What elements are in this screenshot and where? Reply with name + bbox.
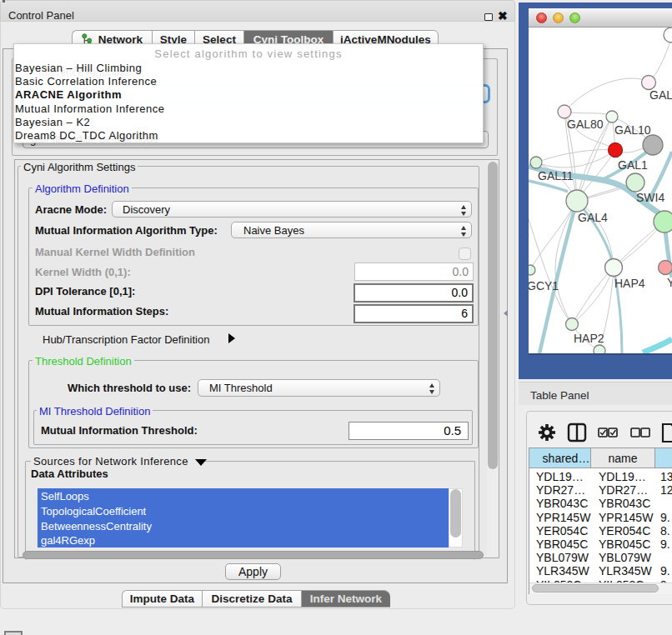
svg-text:GCY1: GCY1 bbox=[529, 279, 559, 292]
svg-text:GAL10: GAL10 bbox=[614, 123, 651, 137]
svg-text:GAL80: GAL80 bbox=[567, 118, 604, 131]
svg-text:HAP4: HAP4 bbox=[614, 277, 645, 290]
svg-text:HAP2: HAP2 bbox=[574, 332, 604, 345]
svg-text:GAL: GAL bbox=[649, 88, 672, 102]
svg-text:Y: Y bbox=[667, 276, 672, 289]
svg-text:GAL11: GAL11 bbox=[538, 169, 574, 182]
svg-text:GAL1: GAL1 bbox=[618, 158, 648, 172]
svg-text:GAL4: GAL4 bbox=[578, 211, 608, 224]
svg-text:SWI4: SWI4 bbox=[636, 191, 664, 204]
